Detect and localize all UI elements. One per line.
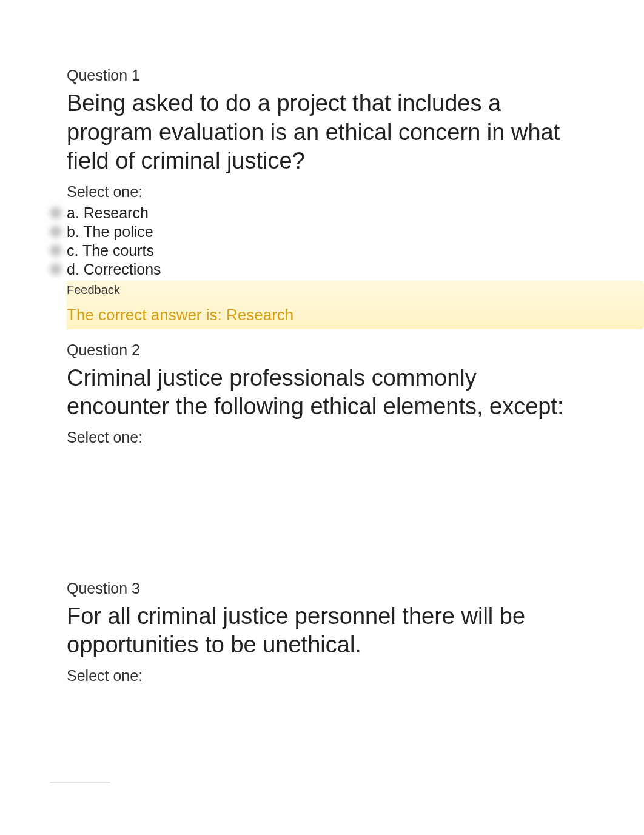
radio-icon — [50, 226, 62, 238]
spacer — [67, 697, 577, 782]
question-1: Question 1 Being asked to do a project t… — [67, 67, 577, 329]
radio-icon — [50, 207, 62, 219]
feedback-box: Feedback The correct answer is: Research — [67, 281, 644, 329]
option-a[interactable]: a. Research — [50, 204, 577, 222]
question-label: Question 2 — [67, 341, 577, 359]
spacer — [67, 458, 577, 580]
question-label: Question 1 — [67, 67, 577, 84]
divider — [50, 782, 110, 783]
question-text: Criminal justice professionals commonly … — [67, 364, 577, 421]
select-prompt: Select one: — [67, 183, 577, 201]
question-text: For all criminal justice personnel there… — [67, 602, 577, 660]
option-text: b. The police — [67, 223, 577, 241]
feedback-text: The correct answer is: Research — [67, 306, 577, 324]
option-c[interactable]: c. The courts — [50, 242, 577, 260]
option-text: a. Research — [67, 204, 577, 222]
feedback-label: Feedback — [67, 283, 577, 297]
radio-icon — [50, 263, 62, 275]
options-list: a. Research b. The police c. The courts … — [67, 204, 577, 278]
select-prompt: Select one: — [67, 429, 577, 446]
question-label: Question 3 — [67, 580, 577, 597]
option-text: c. The courts — [67, 242, 577, 260]
option-b[interactable]: b. The police — [50, 223, 577, 241]
question-text: Being asked to do a project that include… — [67, 89, 577, 176]
question-3: Question 3 For all criminal justice pers… — [67, 580, 577, 685]
option-text: d. Corrections — [67, 261, 577, 278]
radio-icon — [50, 244, 62, 257]
question-2: Question 2 Criminal justice professional… — [67, 341, 577, 446]
select-prompt: Select one: — [67, 667, 577, 685]
option-d[interactable]: d. Corrections — [50, 261, 577, 278]
